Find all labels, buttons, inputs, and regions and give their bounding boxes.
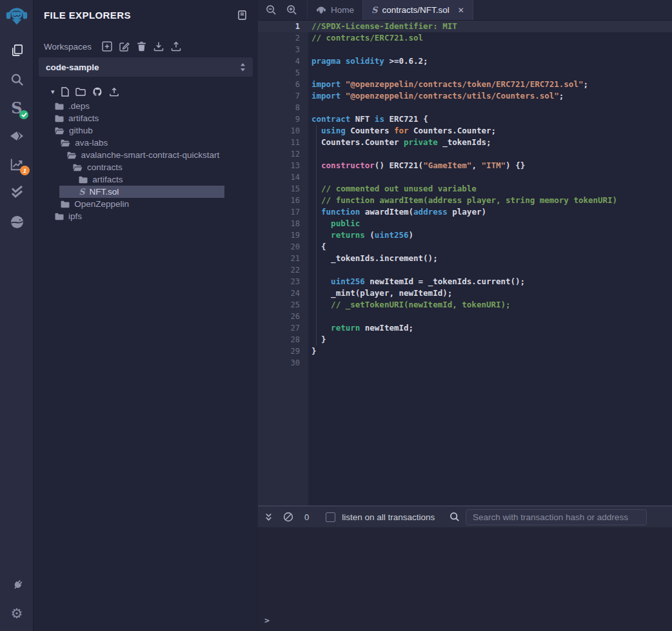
- tree-item-label: contracts: [87, 162, 123, 172]
- folder-open-icon: [61, 139, 70, 147]
- folder-icon: [79, 176, 88, 184]
- code-line-17[interactable]: function awardItem(address player): [308, 206, 672, 218]
- tree-item-.deps[interactable]: .deps: [34, 100, 258, 112]
- code-line-3[interactable]: [308, 44, 672, 55]
- download-workspaces-icon[interactable]: [153, 41, 164, 52]
- activity-bar: S 1: [0, 0, 34, 631]
- code-line-8[interactable]: [308, 102, 672, 113]
- settings-gear-icon[interactable]: ⚙: [0, 607, 34, 621]
- code-line-20[interactable]: {: [308, 241, 672, 253]
- listen-transactions-checkbox[interactable]: [326, 512, 335, 522]
- tab-close-icon[interactable]: ✕: [458, 6, 464, 15]
- tree-item-artifacts[interactable]: artifacts: [34, 173, 258, 186]
- code-line-11[interactable]: Counters.Counter private _tokenIds;: [308, 137, 672, 148]
- line-number: 14: [258, 171, 308, 183]
- code-line-24[interactable]: _mint(player, newItemId);: [308, 287, 672, 299]
- tree-item-label: artifacts: [92, 175, 123, 184]
- code-line-7[interactable]: import "@openzeppelin/contracts/utils/Co…: [308, 90, 672, 102]
- code-line-10[interactable]: using Counters for Counters.Counter;: [308, 125, 672, 137]
- code-line-2[interactable]: // contracts/ERC721.sol: [308, 32, 672, 44]
- transaction-search-input[interactable]: [466, 509, 647, 525]
- code-line-25[interactable]: // _setTokenURI(newItemId, tokenURI);: [308, 299, 672, 311]
- file-tree: .depsartifactsgithubava-labsavalanche-sm…: [34, 100, 258, 222]
- clear-console-icon[interactable]: [283, 512, 293, 522]
- code-line-27[interactable]: return newItemId;: [308, 322, 672, 334]
- tree-item-label: artifacts: [68, 113, 99, 123]
- new-file-icon[interactable]: [61, 87, 69, 97]
- collapse-caret-icon[interactable]: ▾: [51, 88, 55, 95]
- line-number: 15: [258, 183, 308, 195]
- code-line-15[interactable]: // commented out unused variable: [308, 183, 672, 195]
- tree-item-ipfs[interactable]: ipfs: [34, 210, 258, 222]
- delete-workspace-icon[interactable]: [137, 41, 146, 52]
- zoom-out-icon[interactable]: [266, 5, 277, 15]
- statistics-badge: 1: [20, 166, 30, 175]
- tree-item-label: avalanche-smart-contract-quickstart: [81, 150, 220, 160]
- create-workspace-icon[interactable]: [102, 41, 112, 52]
- code-line-16[interactable]: // function awardItem(address player, st…: [308, 195, 672, 206]
- line-number: 23: [258, 276, 308, 287]
- code-line-23[interactable]: uint256 newItemId = _tokenIds.current();: [308, 276, 672, 287]
- tree-item-NFT.sol[interactable]: SNFT.sol: [34, 186, 258, 198]
- code-line-29[interactable]: }: [308, 345, 672, 357]
- tree-item-artifacts[interactable]: artifacts: [34, 112, 258, 124]
- unit-testing-icon[interactable]: [0, 186, 34, 199]
- tab-nft-sol[interactable]: S contracts/NFT.sol ✕: [362, 0, 473, 20]
- plugin-manager-icon[interactable]: [0, 578, 34, 592]
- new-folder-icon[interactable]: [75, 88, 86, 96]
- rename-workspace-icon[interactable]: [119, 41, 130, 52]
- code-line-30[interactable]: [308, 357, 672, 369]
- folder-open-icon: [55, 127, 64, 135]
- code-line-19[interactable]: returns (uint256): [308, 229, 672, 241]
- panel-header: FILE EXPLORERS: [34, 0, 258, 30]
- code-line-28[interactable]: }: [308, 334, 672, 345]
- tree-item-label: ipfs: [68, 211, 82, 221]
- code-line-22[interactable]: [308, 264, 672, 276]
- remix-home-icon: [316, 5, 326, 15]
- deploy-run-icon[interactable]: [0, 128, 34, 144]
- line-number: 12: [258, 148, 308, 160]
- code-line-18[interactable]: public: [308, 218, 672, 229]
- code-line-13[interactable]: constructor() ERC721("GameItem", "ITM") …: [308, 160, 672, 171]
- terminal-output[interactable]: >: [258, 527, 672, 630]
- line-number: 25: [258, 299, 308, 311]
- file-explorer-icon[interactable]: [0, 43, 34, 58]
- sourcify-icon[interactable]: [0, 215, 34, 229]
- remix-logo-icon[interactable]: [0, 4, 34, 28]
- code-editor[interactable]: 1234567891011121314151617181920212223242…: [258, 21, 672, 505]
- code-line-4[interactable]: pragma solidity >=0.6.2;: [308, 55, 672, 67]
- code-line-1[interactable]: //SPDX-License-Identifier: MIT: [308, 21, 672, 32]
- code-line-6[interactable]: import "@openzeppelin/contracts/token/ER…: [308, 79, 672, 90]
- solidity-compiler-icon[interactable]: S: [0, 99, 34, 117]
- tree-item-label: OpenZeppelin: [74, 199, 129, 209]
- code-line-12[interactable]: [308, 148, 672, 160]
- workspace-select[interactable]: code-sample: [39, 57, 253, 77]
- workspace-selected-value: code-sample: [46, 63, 99, 72]
- editor-code-area[interactable]: //SPDX-License-Identifier: MIT// contrac…: [308, 21, 672, 505]
- tree-item-contracts[interactable]: contracts: [34, 161, 258, 173]
- code-line-21[interactable]: _tokenIds.increment();: [308, 253, 672, 264]
- folder-open-icon: [67, 151, 77, 159]
- documentation-book-icon[interactable]: [238, 10, 246, 20]
- zoom-in-icon[interactable]: [286, 5, 297, 15]
- tab-home[interactable]: Home: [307, 0, 362, 20]
- tree-item-avalanche-smart-contract-quickstart[interactable]: avalanche-smart-contract-quickstart: [34, 149, 258, 161]
- terminal-collapse-icon[interactable]: [264, 512, 273, 521]
- github-import-icon[interactable]: [92, 87, 103, 97]
- code-line-14[interactable]: [308, 171, 672, 183]
- tree-item-github[interactable]: github: [34, 124, 258, 137]
- editor-tabbar: Home S contracts/NFT.sol ✕: [258, 0, 672, 21]
- tree-item-ava-labs[interactable]: ava-labs: [34, 137, 258, 149]
- tree-item-OpenZeppelin[interactable]: OpenZeppelin: [34, 198, 258, 210]
- search-icon[interactable]: [0, 72, 34, 86]
- statistics-icon[interactable]: 1: [0, 157, 34, 172]
- code-line-26[interactable]: [308, 311, 672, 322]
- code-line-9[interactable]: contract NFT is ERC721 {: [308, 113, 672, 125]
- line-number: 6: [258, 79, 308, 90]
- line-number: 11: [258, 137, 308, 148]
- code-line-5[interactable]: [308, 67, 672, 79]
- remix-ide-window: S 1: [0, 0, 672, 631]
- upload-file-icon[interactable]: [109, 87, 119, 97]
- line-number: 24: [258, 287, 308, 299]
- restore-workspaces-icon[interactable]: [171, 41, 181, 52]
